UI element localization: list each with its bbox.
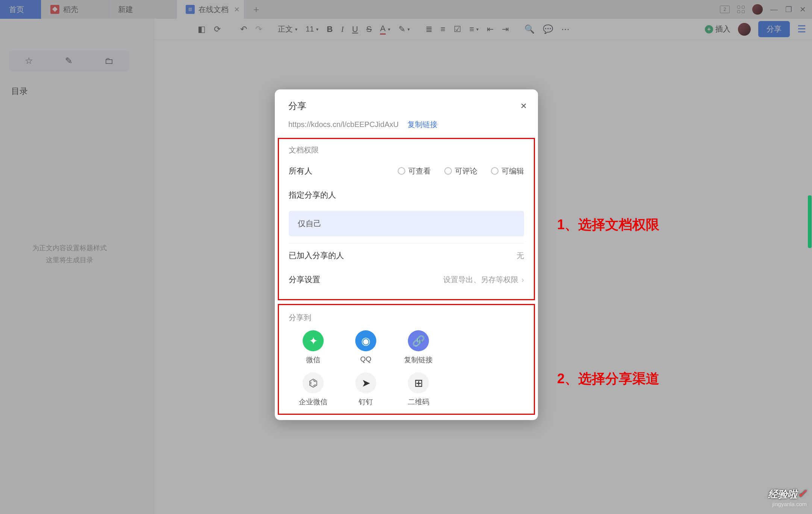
radio-dot-icon xyxy=(444,167,452,175)
share-dingtalk[interactable]: ➤ 钉钉 xyxy=(341,372,390,407)
row-everyone[interactable]: 所有人 可查看 可评论 可编辑 xyxy=(289,159,524,183)
share-wechat[interactable]: ✦ 微信 xyxy=(289,330,338,365)
radio-view[interactable]: 可查看 xyxy=(398,166,431,176)
wechat-icon: ✦ xyxy=(303,330,324,351)
radio-dot-icon xyxy=(398,167,405,175)
radio-comment[interactable]: 可评论 xyxy=(444,166,477,176)
row-only-self[interactable]: 仅自己 xyxy=(289,211,524,236)
enterprise-wechat-icon: ⌬ xyxy=(303,372,324,393)
row-share-settings[interactable]: 分享设置 设置导出、另存等权限› xyxy=(289,268,524,292)
permissions-header: 文档权限 xyxy=(289,139,524,159)
dialog-title: 分享 xyxy=(288,100,524,112)
chevron-right-icon: › xyxy=(521,275,524,284)
share-dialog: 分享 × https://kdocs.cn/l/cbEEPCJidAxU 复制链… xyxy=(275,89,538,420)
radio-dot-icon xyxy=(491,167,498,175)
everyone-label: 所有人 xyxy=(289,166,312,176)
link-icon: 🔗 xyxy=(408,330,429,351)
permissions-box: 文档权限 所有人 可查看 可评论 可编辑 指定分享的人 仅自己 已加入分享的人 … xyxy=(278,138,535,300)
annotation-2: 2、选择分享渠道 xyxy=(557,370,659,388)
scrollbar-indicator[interactable] xyxy=(808,195,812,248)
copy-link-button[interactable]: 复制链接 xyxy=(408,119,438,130)
share-enterprise-wechat[interactable]: ⌬ 企业微信 xyxy=(289,372,338,407)
share-qq[interactable]: ◉ QQ xyxy=(341,330,390,365)
share-to-box: 分享到 ✦ 微信 ◉ QQ 🔗 复制链接 ⌬ 企业微信 ➤ 钉钉 xyxy=(278,304,535,415)
row-specified[interactable]: 指定分享的人 xyxy=(289,183,524,207)
share-url: https://kdocs.cn/l/cbEEPCJidAxU xyxy=(288,120,398,129)
share-copylink[interactable]: 🔗 复制链接 xyxy=(394,330,443,365)
radio-edit[interactable]: 可编辑 xyxy=(491,166,524,176)
dingtalk-icon: ➤ xyxy=(355,372,376,393)
qq-icon: ◉ xyxy=(355,330,376,351)
row-joined[interactable]: 已加入分享的人 无 xyxy=(289,243,524,268)
share-qrcode[interactable]: ⊞ 二维码 xyxy=(394,372,443,407)
watermark: 经验啦✓ jingyanla.com xyxy=(768,487,807,507)
qrcode-icon: ⊞ xyxy=(408,372,429,393)
dialog-close-icon[interactable]: × xyxy=(521,100,527,112)
share-to-header: 分享到 xyxy=(289,307,524,327)
annotation-1: 1、选择文档权限 xyxy=(557,216,659,234)
